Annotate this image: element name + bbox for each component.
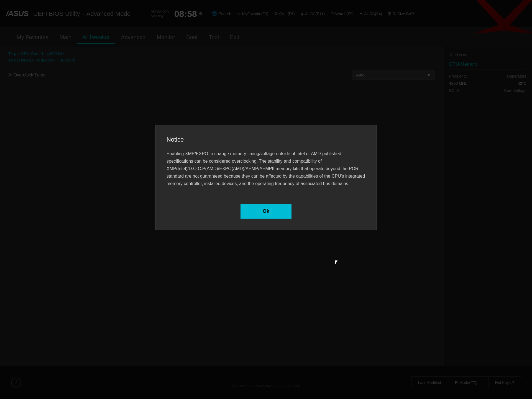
modal-body-text: Enabling XMP/EXPO to change memory timin… xyxy=(167,150,365,188)
modal-overlay: Notice Enabling XMP/EXPO to change memor… xyxy=(0,0,532,399)
ok-button[interactable]: Ok xyxy=(241,204,291,219)
modal-footer: Ok xyxy=(167,204,365,219)
notice-dialog: Notice Enabling XMP/EXPO to change memor… xyxy=(155,125,377,230)
modal-title: Notice xyxy=(167,136,365,143)
